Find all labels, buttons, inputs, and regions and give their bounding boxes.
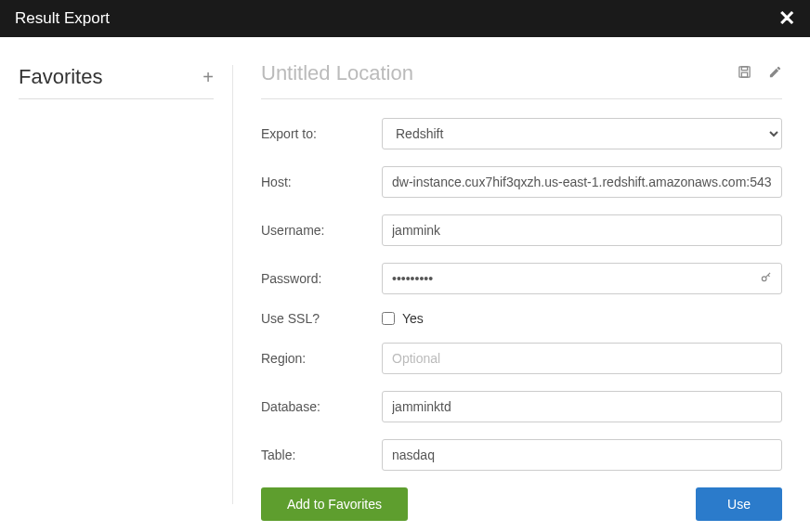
host-input[interactable] <box>382 166 782 198</box>
close-icon[interactable]: ✕ <box>778 8 795 29</box>
username-input[interactable] <box>382 214 782 246</box>
location-actions <box>738 65 782 82</box>
location-header: Untitled Location <box>261 61 782 99</box>
add-to-favorites-button[interactable]: Add to Favorites <box>261 487 408 521</box>
label-password: Password: <box>261 271 382 286</box>
label-host: Host: <box>261 175 382 189</box>
region-input[interactable] <box>382 343 782 374</box>
row-database: Database: <box>261 391 782 422</box>
database-input[interactable] <box>382 391 782 422</box>
use-button[interactable]: Use <box>696 487 782 521</box>
button-row: Add to Favorites Use <box>261 487 782 521</box>
label-table: Table: <box>261 448 382 462</box>
label-use-ssl: Use SSL? <box>261 311 382 326</box>
dialog-header: Result Export ✕ <box>0 0 810 37</box>
dialog-body: Favorites + Untitled Location <box>0 37 810 532</box>
label-username: Username: <box>261 223 382 238</box>
row-region: Region: <box>261 343 782 374</box>
plus-icon[interactable]: + <box>202 67 214 88</box>
row-host: Host: <box>261 166 782 198</box>
use-ssl-option-label: Yes <box>402 311 424 326</box>
edit-pencil-icon[interactable] <box>768 65 782 82</box>
main-panel: Untitled Location Export to <box>233 37 810 532</box>
svg-rect-2 <box>741 72 747 77</box>
dialog-title: Result Export <box>15 9 110 28</box>
label-region: Region: <box>261 351 382 366</box>
label-database: Database: <box>261 399 382 414</box>
row-export-to: Export to: Redshift <box>261 118 782 149</box>
favorites-header: Favorites + <box>19 65 214 99</box>
svg-rect-1 <box>741 67 747 71</box>
password-input[interactable] <box>382 263 782 294</box>
row-password: Password: <box>261 263 782 294</box>
use-ssl-checkbox[interactable] <box>382 312 395 325</box>
key-icon[interactable] <box>760 271 773 287</box>
row-table: Table: <box>261 439 782 471</box>
favorites-title: Favorites <box>19 65 102 89</box>
save-disk-icon[interactable] <box>738 65 751 82</box>
export-to-select[interactable]: Redshift <box>382 118 782 149</box>
label-export-to: Export to: <box>261 126 382 141</box>
row-username: Username: <box>261 214 782 246</box>
table-input[interactable] <box>382 439 782 471</box>
location-title: Untitled Location <box>261 61 738 85</box>
row-use-ssl: Use SSL? Yes <box>261 311 782 326</box>
favorites-sidebar: Favorites + <box>0 37 232 532</box>
export-form: Export to: Redshift Host: Username: <box>261 118 782 521</box>
